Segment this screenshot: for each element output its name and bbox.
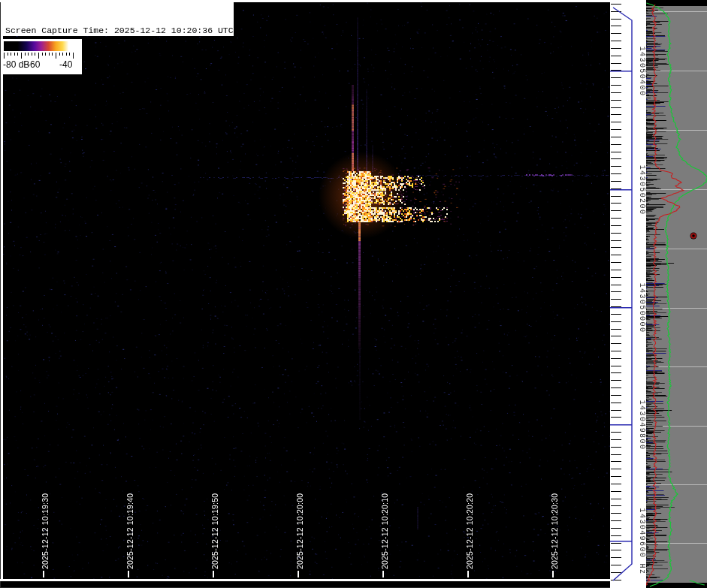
colorbar: -80 dB -60 -40 — [2, 39, 82, 74]
colorbar-label-mid: -60 — [27, 59, 40, 70]
frequency-axis-label: 143050000 — [638, 283, 646, 333]
frequency-major-ticks — [610, 71, 632, 542]
config-text: Config = V8 — [5, 92, 234, 103]
frequency-axis-label: 143049800 — [638, 400, 646, 451]
capture-time-text: Screen Capture Time: 2025-12-12 10:20:36… — [5, 26, 234, 37]
window-border-bottom — [0, 579, 610, 581]
frequency-scale-svg: 143050400 143050200 143050000 143049800 … — [610, 0, 646, 588]
frequency-major-tick — [610, 189, 632, 191]
frequency-major-tick — [610, 307, 632, 309]
colorbar-label-max: -40 — [59, 59, 72, 70]
colorbar-gradient — [4, 41, 73, 51]
colorbar-label-min: -80 dB — [3, 59, 29, 70]
frequency-axis-line — [613, 8, 632, 580]
colorbar-ticks — [4, 53, 74, 59]
frequency-axis-label: 143050200 — [638, 165, 646, 216]
frequency-axis-label: 143049600 Hz — [638, 508, 646, 575]
frequency-major-tick — [610, 71, 632, 72]
spectrum-lab-window: 2025-12-12 10:19:30 2025-12-12 10:19:40 … — [0, 0, 707, 588]
spectrum-graph — [646, 0, 707, 588]
capture-info-box: Screen Capture Time: 2025-12-12 10:20:36… — [2, 2, 234, 36]
window-border-left — [1, 0, 3, 581]
frequency-major-tick — [610, 541, 632, 542]
frequency-scale: 143050400 143050200 143050000 143049800 … — [610, 0, 646, 588]
frequency-major-tick — [610, 424, 632, 426]
frequency-axis-label: 143050400 — [638, 47, 646, 97]
